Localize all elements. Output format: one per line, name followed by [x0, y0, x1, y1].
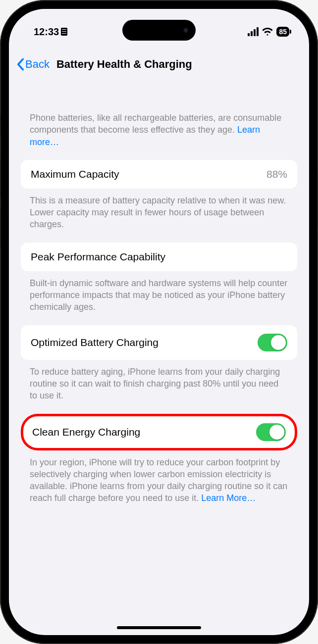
volume-up-button [0, 158, 0, 198]
status-right: 85 [248, 27, 289, 37]
volume-down-button [0, 208, 0, 248]
optimized-charging-description: To reduce battery aging, iPhone learns f… [21, 366, 297, 402]
maximum-capacity-row[interactable]: Maximum Capacity 88% [21, 160, 297, 189]
maximum-capacity-value: 88% [266, 168, 287, 180]
optimized-charging-toggle[interactable] [258, 334, 287, 351]
task-list-indicator-icon [61, 28, 67, 36]
clean-energy-learn-more-link[interactable]: Learn More… [201, 493, 256, 503]
cellular-signal-icon [248, 27, 259, 36]
peak-performance-description: Built-in dynamic software and hardware s… [21, 277, 297, 313]
battery-indicator: 85 [276, 27, 289, 37]
status-time: 12:33 [34, 26, 59, 38]
clean-energy-charging-row: Clean Energy Charging [21, 414, 297, 450]
peak-performance-row[interactable]: Peak Performance Capability [21, 243, 297, 271]
iphone-frame: 12:33 85 Back Ba [0, 0, 318, 644]
page-title: Battery Health & Charging [56, 58, 192, 71]
maximum-capacity-label: Maximum Capacity [31, 168, 119, 180]
maximum-capacity-description: This is a measure of battery capacity re… [21, 195, 297, 231]
battery-percent-text: 85 [279, 28, 287, 36]
intro-description: Phone batteries, like all rechargeable b… [21, 112, 297, 148]
screen: 12:33 85 Back Ba [9, 9, 309, 635]
optimized-charging-row: Optimized Battery Charging [21, 325, 297, 360]
optimized-charging-label: Optimized Battery Charging [31, 337, 159, 348]
toggle-knob [269, 425, 284, 440]
peak-performance-label: Peak Performance Capability [31, 251, 165, 263]
home-indicator[interactable] [117, 626, 201, 629]
back-label: Back [25, 58, 50, 71]
nav-bar: Back Battery Health & Charging [9, 50, 309, 79]
content-area[interactable]: Phone batteries, like all rechargeable b… [9, 83, 309, 635]
chevron-back-icon [17, 58, 24, 71]
toggle-knob [271, 335, 286, 350]
wifi-icon [262, 28, 273, 36]
clean-energy-label: Clean Energy Charging [32, 426, 140, 438]
silent-switch [0, 114, 0, 136]
clean-energy-description: In your region, iPhone will try to reduc… [21, 456, 297, 504]
status-left: 12:33 [34, 26, 67, 38]
clean-energy-toggle[interactable] [256, 423, 286, 441]
back-button[interactable]: Back [17, 58, 50, 71]
dynamic-island [122, 20, 196, 41]
